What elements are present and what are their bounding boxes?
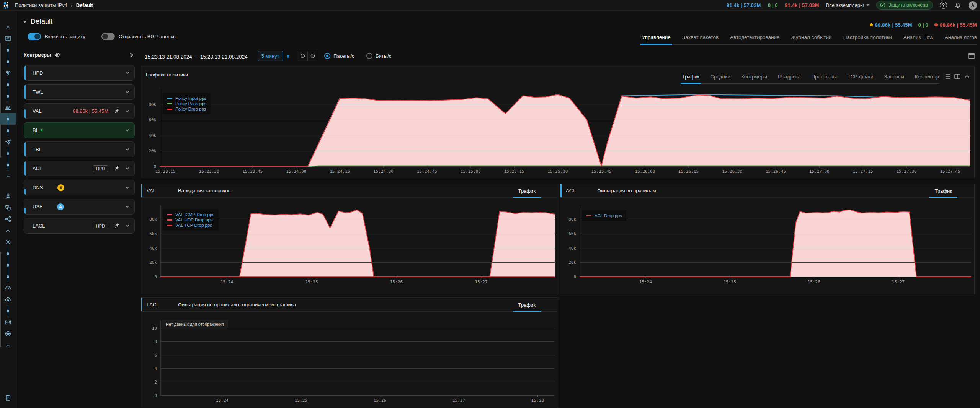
- tab-event-log[interactable]: Журнал событий: [791, 34, 832, 44]
- rail-performance-icon[interactable]: [0, 282, 16, 294]
- legend-item[interactable]: VAL TCP Drop pps: [167, 223, 214, 228]
- rail-collapse-top-icon[interactable]: [0, 21, 16, 33]
- chart-tab-protocols[interactable]: Протоколы: [812, 74, 837, 83]
- acl-traffic-tab[interactable]: Трафик: [929, 184, 957, 198]
- legend-item[interactable]: Policy Drop pps: [167, 107, 206, 111]
- pin-icon[interactable]: [114, 108, 119, 114]
- legend-item[interactable]: Policy Input pps: [167, 96, 206, 101]
- rail-monitoring-icon[interactable]: [0, 33, 16, 44]
- chart-tab-average[interactable]: Средний: [710, 74, 730, 83]
- breadcrumb-current[interactable]: Default: [76, 2, 93, 8]
- undo-button[interactable]: [297, 51, 308, 61]
- chevron-down-icon[interactable]: [125, 185, 130, 190]
- rail-roles-icon[interactable]: [0, 202, 16, 213]
- tab-policy-settings[interactable]: Настройка политики: [843, 34, 892, 44]
- rail-node-current[interactable]: [0, 113, 16, 125]
- rail-detection-icon[interactable]: [0, 317, 16, 328]
- chevron-down-icon[interactable]: [125, 70, 130, 75]
- chart-tab-traffic[interactable]: Трафик: [682, 74, 699, 83]
- countermeasure-acl[interactable]: ACL HPD: [24, 161, 135, 176]
- time-range-field[interactable]: 15:23:13 21.08.2024 — 15:28:13 21.08.202…: [145, 54, 248, 60]
- toggle-off-control[interactable]: [101, 33, 115, 40]
- rail-node-7[interactable]: [0, 159, 16, 171]
- rail-integrations-icon[interactable]: [0, 213, 16, 225]
- rail-node-8[interactable]: [0, 248, 16, 259]
- tab-log-analysis[interactable]: Анализ логов: [945, 34, 977, 44]
- rail-network-icon[interactable]: [0, 328, 16, 340]
- panel-layout-icon[interactable]: [968, 53, 975, 59]
- legend-item[interactable]: Policy Pass pps: [167, 101, 206, 106]
- protection-toggle[interactable]: Включить защиту: [28, 33, 85, 40]
- chevron-down-icon[interactable]: [125, 128, 130, 133]
- rail-node-10[interactable]: [0, 271, 16, 282]
- countermeasure-bl[interactable]: BL *: [24, 122, 135, 138]
- toggle-on-control[interactable]: [28, 33, 41, 40]
- countermeasure-hpd[interactable]: HPD: [24, 65, 135, 81]
- chart-tab-tcp-flags[interactable]: TCP-флаги: [848, 74, 874, 83]
- legend-item[interactable]: VAL ICMP Drop pps: [167, 212, 214, 217]
- rail-node-9[interactable]: [0, 259, 16, 271]
- chart-tab-countermeasures[interactable]: Контрмеры: [741, 74, 767, 83]
- countermeasure-usf[interactable]: USF A: [24, 199, 135, 215]
- rail-node-5[interactable]: [0, 125, 16, 136]
- tab-management[interactable]: Управление: [642, 34, 671, 44]
- policy-title[interactable]: Default: [23, 18, 52, 26]
- chevron-down-icon[interactable]: [125, 89, 130, 94]
- chart-tab-queries[interactable]: Запросы: [884, 74, 904, 83]
- instances-dropdown[interactable]: Все экземпляры: [826, 2, 870, 8]
- chevron-down-icon[interactable]: [125, 109, 130, 114]
- chart-tab-ip[interactable]: IP-адреса: [778, 74, 801, 83]
- chevron-down-icon[interactable]: [125, 166, 130, 171]
- bgp-announce-toggle[interactable]: Отправлять BGP-анонсы: [101, 33, 177, 40]
- countermeasure-dns[interactable]: DNS A: [24, 180, 135, 195]
- rail-settings-icon[interactable]: [0, 236, 16, 248]
- policy-chart-canvas[interactable]: 80k60k40k20k015:23:1515:23:3015:23:4515:…: [141, 84, 974, 178]
- eye-off-icon[interactable]: [54, 52, 60, 58]
- countermeasure-val[interactable]: VAL 88.86k | 55.45M: [24, 103, 135, 119]
- time-range-preset-button[interactable]: 5 минут: [258, 51, 283, 61]
- pin-icon[interactable]: [114, 166, 119, 171]
- split-view-icon[interactable]: [954, 74, 960, 79]
- legend-item[interactable]: VAL UDP Drop pps: [167, 218, 214, 222]
- tab-flow-analysis[interactable]: Анализ Flow: [903, 34, 933, 44]
- lacl-traffic-tab[interactable]: Трафик: [513, 298, 541, 312]
- list-view-icon[interactable]: [944, 74, 951, 79]
- breadcrumb-section[interactable]: Политики защиты IPv4: [15, 2, 67, 8]
- help-icon[interactable]: ?: [940, 2, 947, 9]
- notifications-bell-icon[interactable]: [954, 2, 962, 9]
- protection-status-badge[interactable]: Защита включена: [876, 1, 933, 10]
- rail-node-4[interactable]: [0, 90, 16, 102]
- countermeasure-lacl[interactable]: LACL HPD: [24, 218, 135, 234]
- rail-node-3[interactable]: [0, 79, 16, 90]
- collapse-icon[interactable]: [964, 74, 970, 79]
- chart-tab-collector[interactable]: Коллектор: [915, 74, 939, 83]
- chevron-down-icon[interactable]: [125, 204, 130, 209]
- chevron-down-icon[interactable]: [125, 223, 130, 228]
- rail-logs-icon[interactable]: [0, 392, 16, 403]
- countermeasure-tbl[interactable]: TBL: [24, 141, 135, 157]
- tab-autodetection[interactable]: Автодетектирование: [730, 34, 779, 44]
- rail-node-11[interactable]: [0, 305, 16, 317]
- expand-panel-chevron[interactable]: [129, 52, 135, 58]
- redo-button[interactable]: [308, 51, 318, 61]
- countermeasure-twl[interactable]: TWL: [24, 84, 135, 100]
- pin-icon[interactable]: [114, 223, 119, 229]
- rail-node-1[interactable]: [0, 44, 16, 56]
- rail-sync-icon[interactable]: [0, 294, 16, 305]
- bits-radio[interactable]: Биты/с: [366, 53, 391, 59]
- lacl-chart-canvas[interactable]: 108642015:2415:2515:2615:2715:28 Нет дан…: [141, 312, 558, 407]
- rail-collapse-group-2-icon[interactable]: [0, 225, 16, 236]
- rail-collapse-group-1-icon[interactable]: [0, 171, 16, 182]
- chevron-down-icon[interactable]: [125, 147, 130, 152]
- rail-node-2[interactable]: [0, 56, 16, 67]
- rail-announces-icon[interactable]: [0, 136, 16, 148]
- rail-users-icon[interactable]: [0, 190, 16, 202]
- rail-node-6[interactable]: [0, 148, 16, 159]
- acl-chart-canvas[interactable]: 80k60k40k20k015:2415:2515:2615:27 ACL Dr…: [560, 198, 974, 294]
- rail-groups-icon[interactable]: [0, 67, 16, 79]
- rail-protection-icon[interactable]: [0, 102, 16, 113]
- legend-item[interactable]: ACL Drop pps: [586, 213, 622, 218]
- val-traffic-tab[interactable]: Трафик: [513, 184, 541, 198]
- val-chart-canvas[interactable]: 80k60k40k20k015:2415:2515:2615:27 VAL IC…: [141, 198, 558, 294]
- rail-collapse-group-3-icon[interactable]: [0, 340, 16, 351]
